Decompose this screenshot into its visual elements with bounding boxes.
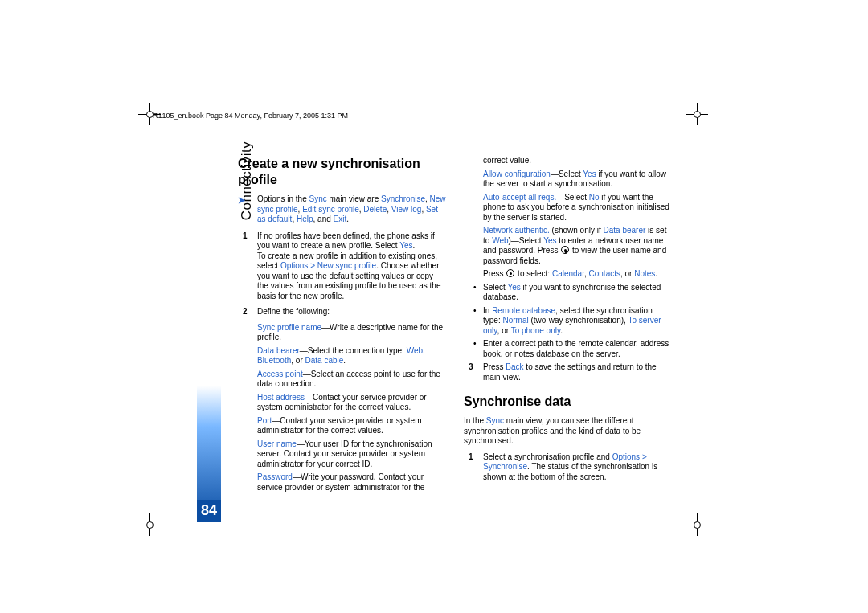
- field-port: Port—Contact your service provider or sy…: [238, 416, 446, 436]
- field-sync-profile-name: Sync profile name—Write a descriptive na…: [238, 323, 446, 343]
- joystick-icon: [506, 269, 514, 277]
- sync-intro: In the Sync main view, you can see the d…: [464, 416, 672, 447]
- options-summary: ➤ Options in the Sync main view are Sync…: [238, 194, 446, 225]
- field-data-bearer: Data bearer—Select the connection type: …: [238, 346, 446, 366]
- tip-arrow-icon: ➤: [238, 195, 245, 206]
- bullet-remote-db: In Remote database, select the synchroni…: [464, 306, 672, 337]
- crop-mark: [686, 513, 708, 536]
- heading-create-profile: Create a new synchronisation profile: [238, 156, 446, 188]
- field-access-point: Access point—Select an access point to u…: [238, 370, 446, 390]
- heading-synchronise-data: Synchronise data: [464, 394, 672, 410]
- field-auto-accept: Auto-accept all reqs.—Select No if you w…: [464, 193, 672, 223]
- crop-mark: [138, 513, 161, 536]
- page: R1105_en.book Page 84 Monday, February 7…: [0, 0, 868, 613]
- joystick-down-icon: [561, 246, 569, 254]
- bullet-sync-db: Select Yes if you want to synchronise th…: [464, 283, 672, 303]
- field-host-address: Host address—Contact your service provid…: [238, 393, 446, 413]
- step-2: 2 Define the following:: [238, 307, 446, 317]
- field-network-authentic: Network authentic. (shown only if Data b…: [464, 226, 672, 266]
- sync-step-1: 1 Select a synchronisation profile and O…: [464, 452, 672, 483]
- step-3: 3 Press Back to save the settings and re…: [464, 362, 672, 382]
- bullet-path: Enter a correct path to the remote calen…: [464, 339, 672, 359]
- page-header: R1105_en.book Page 84 Monday, February 7…: [153, 112, 348, 120]
- step-1: 1 If no profiles have been defined, the …: [238, 231, 446, 302]
- field-allow-configuration: Allow configuration—Select Yes if you wa…: [464, 170, 672, 190]
- body-text: Create a new synchronisation profile ➤ O…: [238, 156, 672, 492]
- page-number: 84: [201, 502, 217, 519]
- press-note: Press to select: Calendar, Contacts, or …: [464, 269, 672, 280]
- field-user-name: User name—Your user ID for the synchroni…: [238, 439, 446, 470]
- crop-mark: [686, 103, 708, 125]
